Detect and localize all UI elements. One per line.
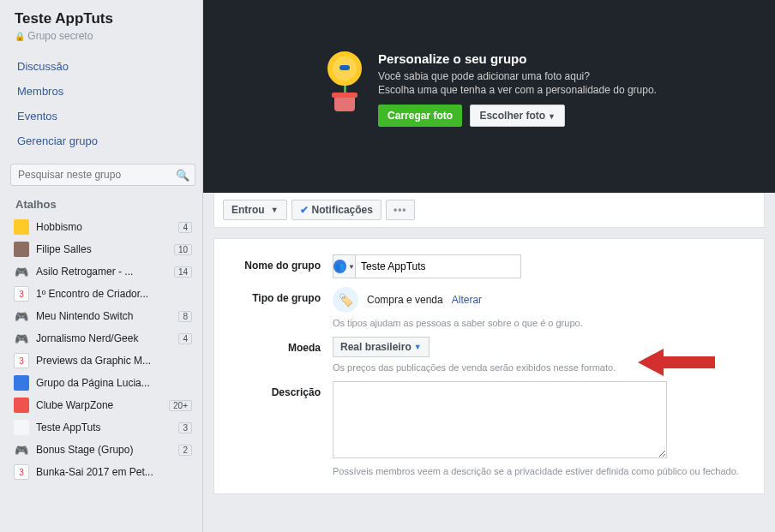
group-name-input[interactable]: [356, 256, 520, 277]
shortcut-badge: 8: [178, 311, 192, 322]
shortcut-label: Jornalismo Nerd/Geek: [36, 332, 175, 344]
group-privacy: 🔒 Grupo secreto: [10, 30, 195, 42]
shortcut-label: Clube WarpZone: [36, 399, 165, 411]
shortcut-item[interactable]: 🎮Meu Nintendo Switch8: [10, 305, 195, 327]
currency-value: Real brasileiro: [340, 341, 412, 353]
shortcut-icon: 🎮: [14, 264, 29, 279]
flower-illustration: [321, 51, 368, 113]
shortcut-icon: [14, 375, 29, 391]
joined-button[interactable]: Entrou▼: [223, 200, 287, 220]
sidebar-nav: DiscussãoMembrosEventosGerenciar grupo: [10, 54, 195, 153]
search-box[interactable]: 🔍: [10, 164, 195, 186]
desc-helper: Possíveis membros veem a descrição se a …: [333, 466, 748, 476]
cover-line1: Você sabia que pode adicionar uma foto a…: [378, 70, 657, 82]
shortcut-icon: 🎮: [14, 331, 29, 346]
shortcut-label: Asilo Retrogamer - ...: [36, 266, 171, 278]
choose-photo-button[interactable]: Escolher foto▼: [470, 105, 565, 127]
sidebar-nav-item[interactable]: Discussão: [10, 54, 195, 79]
main-content: Personalize o seu grupo Você sabia que p…: [203, 0, 775, 532]
shortcut-icon: 3: [14, 286, 29, 302]
sidebar-nav-item[interactable]: Eventos: [10, 104, 195, 129]
shortcut-label: Bonus Stage (Grupo): [36, 444, 175, 456]
caret-down-icon: ▼: [348, 263, 355, 271]
shortcut-item[interactable]: Teste AppTuts3: [10, 416, 195, 439]
shortcut-item[interactable]: Clube WarpZone20+: [10, 394, 195, 416]
more-button[interactable]: •••: [386, 200, 415, 220]
shortcut-item[interactable]: 🎮Asilo Retrogamer - ...14: [10, 260, 195, 283]
shortcut-badge: 4: [178, 333, 192, 344]
shortcut-item[interactable]: Filipe Salles10: [10, 238, 195, 260]
shortcut-icon: [14, 242, 29, 257]
name-input-group: 👥 ▼: [333, 254, 521, 278]
currency-dropdown[interactable]: Real brasileiro ▼: [333, 337, 430, 357]
type-helper: Os tipos ajudam as pessoas a saber sobre…: [333, 318, 748, 328]
check-icon: ✔: [300, 204, 309, 216]
tag-icon: 🏷️: [333, 287, 358, 313]
shortcut-icon: 🎮: [14, 308, 29, 324]
settings-form: Nome do grupo 👥 ▼ Tipo de grupo 🏷️: [213, 238, 765, 494]
shortcut-label: Hobbismo: [36, 221, 175, 233]
shortcut-label: 1º Encontro de Criador...: [36, 288, 192, 300]
search-icon: 🔍: [176, 169, 189, 182]
description-textarea[interactable]: [333, 381, 667, 458]
shortcut-icon: 3: [14, 353, 29, 368]
shortcut-badge: 2: [178, 445, 192, 456]
privacy-label: Grupo secreto: [27, 30, 93, 42]
group-title: Teste AppTuts: [10, 10, 195, 27]
shortcut-item[interactable]: Hobbismo4: [10, 216, 195, 238]
shortcut-label: Meu Nintendo Switch: [36, 310, 175, 322]
group-icon: 👥: [333, 260, 346, 273]
shortcut-item[interactable]: 3Previews da Graphic M...: [10, 350, 195, 372]
caret-down-icon: ▼: [414, 343, 422, 351]
shortcut-item[interactable]: Grupo da Página Lucia...: [10, 372, 195, 394]
sidebar-nav-item[interactable]: Membros: [10, 79, 195, 104]
group-icon-picker[interactable]: 👥 ▼: [333, 255, 356, 278]
choose-photo-label: Escolher foto: [479, 110, 545, 122]
cover-line2: Escolha uma que tenha a ver com a person…: [378, 84, 657, 96]
type-value: Compra e venda: [367, 294, 443, 306]
shortcut-label: Bunka-Sai 2017 em Pet...: [36, 466, 192, 478]
caret-down-icon: ▼: [548, 112, 556, 121]
shortcut-item[interactable]: 3Bunka-Sai 2017 em Pet...: [10, 461, 195, 483]
group-toolbar: Entrou▼ ✔ Notificações •••: [213, 193, 765, 228]
shortcut-badge: 20+: [169, 400, 192, 411]
search-input[interactable]: [16, 167, 176, 182]
currency-label: Moeda: [230, 337, 333, 354]
change-type-link[interactable]: Alterar: [452, 294, 482, 306]
shortcuts-header: Atalhos: [10, 198, 195, 211]
notifications-label: Notificações: [312, 204, 373, 216]
cover-title: Personalize o seu grupo: [378, 51, 657, 66]
shortcut-badge: 14: [174, 266, 192, 278]
caret-down-icon: ▼: [271, 206, 279, 214]
shortcut-icon: 3: [14, 464, 29, 480]
name-label: Nome do grupo: [230, 254, 333, 272]
shortcut-label: Previews da Graphic M...: [36, 355, 192, 367]
lock-icon: 🔒: [15, 32, 25, 41]
shortcuts-list: Hobbismo4Filipe Salles10🎮Asilo Retrogame…: [10, 216, 195, 483]
shortcut-icon: [14, 420, 29, 435]
shortcut-label: Filipe Salles: [36, 243, 171, 255]
type-label: Tipo de grupo: [230, 287, 333, 304]
shortcut-label: Grupo da Página Lucia...: [36, 377, 192, 389]
shortcut-badge: 10: [174, 244, 192, 255]
joined-label: Entrou: [231, 204, 265, 216]
upload-photo-button[interactable]: Carregar foto: [378, 105, 462, 127]
sidebar-nav-item[interactable]: Gerenciar grupo: [10, 129, 195, 153]
notifications-button[interactable]: ✔ Notificações: [291, 200, 381, 220]
cover-area: Personalize o seu grupo Você sabia que p…: [203, 0, 775, 193]
shortcut-item[interactable]: 🎮Jornalismo Nerd/Geek4: [10, 327, 195, 350]
currency-helper: Os preços das publicações de venda serão…: [333, 362, 748, 373]
shortcut-badge: 4: [178, 222, 192, 233]
shortcut-item[interactable]: 🎮Bonus Stage (Grupo)2: [10, 439, 195, 461]
desc-label: Descrição: [230, 381, 333, 398]
shortcut-label: Teste AppTuts: [36, 421, 175, 433]
shortcut-icon: [14, 219, 29, 235]
shortcut-badge: 3: [178, 422, 192, 433]
shortcut-icon: 🎮: [14, 442, 29, 457]
shortcut-item[interactable]: 31º Encontro de Criador...: [10, 283, 195, 305]
sidebar: Teste AppTuts 🔒 Grupo secreto DiscussãoM…: [0, 0, 203, 532]
shortcut-icon: [14, 398, 29, 413]
